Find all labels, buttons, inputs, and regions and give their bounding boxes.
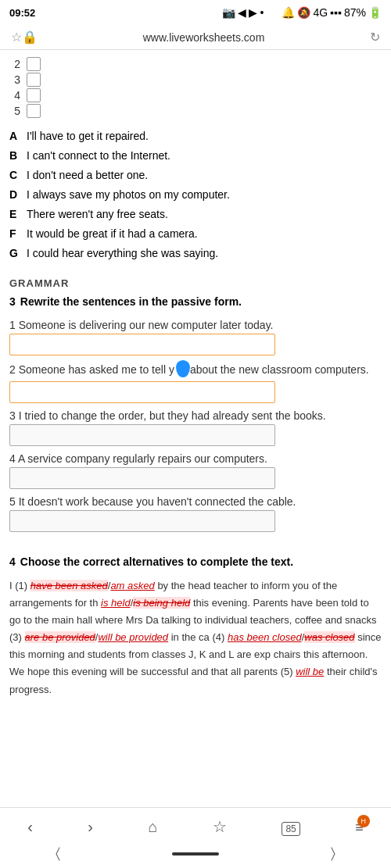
status-icons: 📷 ◀ ▶ • 🔔 🔕 4G ▪▪▪ 87% 🔋 — [222, 6, 382, 19]
cursor-drop — [176, 360, 190, 377]
media-icon: ▶ — [249, 6, 257, 19]
alt-3a[interactable]: are be provided — [25, 631, 95, 643]
battery-icon: 🔋 — [368, 6, 382, 19]
exercise-4-title: Choose the correct alternatives to compl… — [20, 555, 293, 568]
answer-input-2[interactable] — [9, 381, 275, 403]
list-item: 3 — [9, 72, 382, 88]
exercise-4: 4 Choose the correct alternatives to com… — [9, 555, 382, 698]
lock-icon: 🔒 — [22, 30, 38, 45]
exercise-4-text: I (1) have been asked/am asked by the he… — [9, 577, 382, 698]
nav-icon: ◀ — [238, 6, 246, 19]
battery-label: 87% — [344, 6, 366, 19]
exercise-item-5: 5 It doesn't work because you haven't co… — [9, 495, 382, 532]
list-item: A I'll have to get it repaired. — [9, 127, 382, 146]
alt-1b[interactable]: am asked — [110, 580, 154, 591]
exercise-item-4: 4 A service company regularly repairs ou… — [9, 452, 382, 489]
exercise-item-1: 1 Someone is delivering our new computer… — [9, 319, 382, 355]
alarm-icon: 🔔 — [282, 6, 295, 19]
browser-bar: ☆ 🔒 www.liveworksheets.com ↻ — [0, 25, 391, 50]
exercise-3-instruction: Rewrite the sentences in the passive for… — [20, 295, 242, 313]
list-item: F It would be great if it had a camera. — [9, 224, 382, 244]
camera-icon: 📷 — [222, 6, 235, 19]
signal-bars: ▪▪▪ — [330, 6, 342, 19]
reload-icon[interactable]: ↻ — [370, 30, 380, 45]
alt-4b[interactable]: was closed — [304, 631, 354, 643]
list-item: C I don't need a better one. — [9, 166, 382, 185]
letter-list: A I'll have to get it repaired. B I can'… — [9, 122, 382, 268]
checkbox-5[interactable] — [27, 104, 41, 118]
exercise-4-number: 4 — [9, 555, 16, 568]
list-item: E There weren't any free seats. — [9, 205, 382, 224]
exercise-item-2: 2 Someone has asked me to tell yabout th… — [9, 362, 382, 403]
dot-icon: • — [260, 6, 264, 19]
alt-1a[interactable]: have been asked — [30, 580, 108, 591]
network-label: 4G — [313, 6, 328, 19]
answer-input-4[interactable] — [9, 467, 275, 489]
list-item: 4 — [9, 88, 382, 103]
answer-input-1[interactable] — [9, 334, 275, 355]
numbered-list: 2 3 4 5 — [9, 50, 382, 122]
alt-2b[interactable]: is being held — [133, 597, 190, 609]
browser-url[interactable]: www.liveworksheets.com — [38, 31, 370, 44]
grammar-section-label: GRAMMAR — [9, 277, 382, 289]
list-item: G I could hear everything she was saying… — [9, 244, 382, 263]
list-item: 2 — [9, 56, 382, 72]
alt-3b[interactable]: will be provided — [98, 631, 168, 643]
list-item: D I always save my photos on my computer… — [9, 185, 382, 205]
star-icon[interactable]: ☆ — [11, 30, 22, 45]
checkbox-3[interactable] — [27, 73, 41, 87]
checkbox-2[interactable] — [27, 57, 41, 71]
list-item: 5 — [9, 103, 382, 119]
alt-4a[interactable]: has been closed — [228, 631, 302, 643]
answer-input-3[interactable] — [9, 424, 275, 446]
checkbox-4[interactable] — [27, 88, 41, 102]
status-bar: 09:52 📷 ◀ ▶ • 🔔 🔕 4G ▪▪▪ 87% 🔋 — [0, 0, 391, 25]
status-time: 09:52 — [9, 7, 35, 19]
exercise-item-3: 3 I tried to change the order, but they … — [9, 409, 382, 446]
main-content: 2 3 4 5 A I'll have to get it repaired. … — [0, 50, 391, 698]
exercise-3-number: 3 — [9, 295, 16, 308]
list-item: B I can't connect to the Internet. — [9, 146, 382, 166]
alt-2a[interactable]: is held — [101, 597, 131, 609]
exercise-3: 3 Rewrite the sentences in the passive f… — [9, 295, 382, 532]
mute-icon: 🔕 — [297, 6, 310, 19]
alt-5[interactable]: will be — [296, 666, 324, 677]
answer-input-5[interactable] — [9, 510, 275, 532]
